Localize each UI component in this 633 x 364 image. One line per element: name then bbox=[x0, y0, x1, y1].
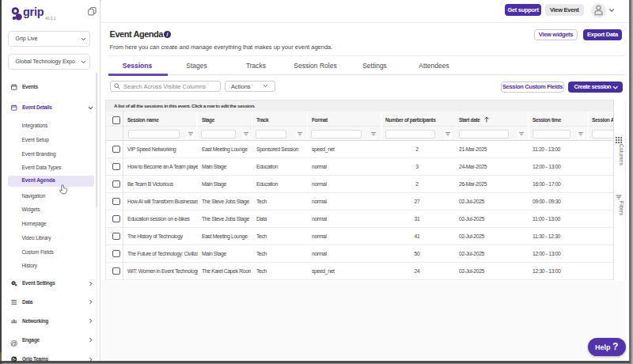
svg-text:grip: grip bbox=[23, 6, 44, 18]
